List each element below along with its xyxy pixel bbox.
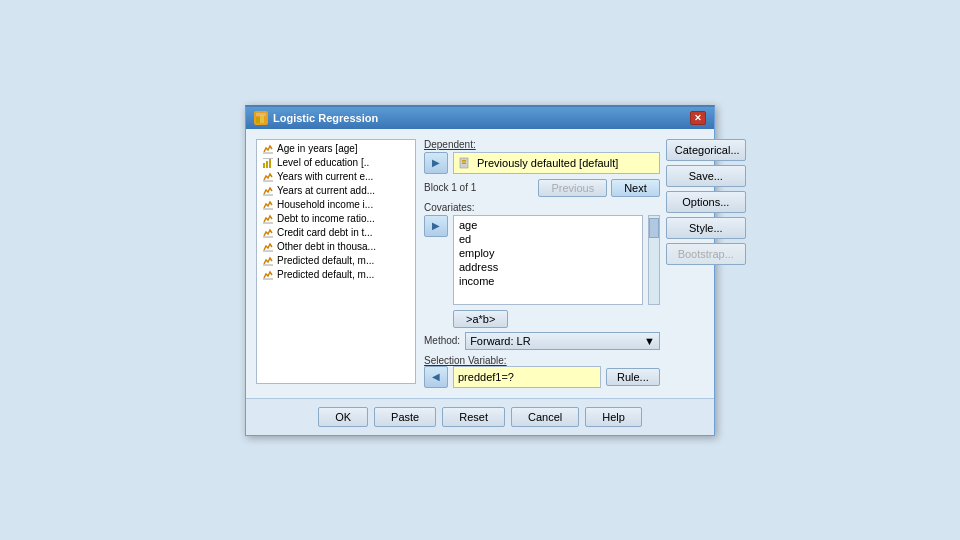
variable-label: Years with current e... bbox=[277, 171, 373, 182]
svg-rect-7 bbox=[263, 158, 273, 159]
covariates-label: Covariates: bbox=[424, 202, 660, 213]
variable-list-item[interactable]: Debt to income ratio... bbox=[259, 212, 413, 226]
selection-row: ◀ Rule... bbox=[424, 366, 660, 388]
svg-rect-17 bbox=[462, 160, 466, 162]
action-buttons: Categorical... Save... Options... Style.… bbox=[666, 139, 746, 388]
method-dropdown-icon: ▼ bbox=[644, 335, 655, 347]
variable-label: Predicted default, m... bbox=[277, 255, 374, 266]
covariate-item[interactable]: income bbox=[456, 274, 640, 288]
svg-rect-4 bbox=[263, 163, 265, 168]
variable-label: Other debt in thousa... bbox=[277, 241, 376, 252]
style-button[interactable]: Style... bbox=[666, 217, 746, 239]
svg-rect-2 bbox=[256, 113, 266, 116]
dependent-field: Previously defaulted [default] bbox=[453, 152, 660, 174]
dependent-label: Dependent: bbox=[424, 139, 660, 150]
help-button[interactable]: Help bbox=[585, 407, 642, 427]
scrollbar-thumb bbox=[649, 218, 659, 238]
covariate-list[interactable]: ageedemployaddressincome bbox=[453, 215, 643, 305]
covariate-scrollbar[interactable] bbox=[648, 215, 660, 305]
paste-button[interactable]: Paste bbox=[374, 407, 436, 427]
svg-rect-18 bbox=[462, 162, 466, 164]
covariate-item[interactable]: address bbox=[456, 260, 640, 274]
variable-label: Debt to income ratio... bbox=[277, 213, 375, 224]
variable-list-item[interactable]: Years with current e... bbox=[259, 170, 413, 184]
dialog-icon bbox=[254, 111, 268, 125]
selection-field[interactable] bbox=[453, 366, 601, 388]
covariate-item[interactable]: age bbox=[456, 218, 640, 232]
continuous-icon bbox=[262, 143, 274, 155]
previous-button[interactable]: Previous bbox=[538, 179, 607, 197]
method-label: Method: bbox=[424, 335, 460, 346]
variable-label: Credit card debt in t... bbox=[277, 227, 373, 238]
next-button[interactable]: Next bbox=[611, 179, 660, 197]
variable-list[interactable]: Age in years [age] Level of education [.… bbox=[256, 139, 416, 384]
cancel-button[interactable]: Cancel bbox=[511, 407, 579, 427]
close-button[interactable]: ✕ bbox=[690, 111, 706, 125]
dependent-value: Previously defaulted [default] bbox=[477, 157, 618, 169]
bootstrap-button[interactable]: Bootstrap... bbox=[666, 243, 746, 265]
dependent-arrow-button[interactable]: ▶ bbox=[424, 152, 448, 174]
covariate-item[interactable]: employ bbox=[456, 246, 640, 260]
block-nav: Block 1 of 1 Previous Next bbox=[424, 179, 660, 197]
continuous-icon bbox=[262, 241, 274, 253]
covariates-row: ▶ ageedemployaddressincome bbox=[424, 215, 660, 305]
save-button[interactable]: Save... bbox=[666, 165, 746, 187]
variable-label: Predicted default, m... bbox=[277, 269, 374, 280]
svg-rect-0 bbox=[256, 117, 260, 123]
categorical-button[interactable]: Categorical... bbox=[666, 139, 746, 161]
continuous-icon bbox=[262, 185, 274, 197]
covariates-arrow-button[interactable]: ▶ bbox=[424, 215, 448, 237]
left-panel: Age in years [age] Level of education [.… bbox=[256, 139, 416, 388]
dependent-row: ▶ Previously defaulted [default] bbox=[424, 152, 660, 174]
variable-list-item[interactable]: Years at current add... bbox=[259, 184, 413, 198]
variable-label: Household income i... bbox=[277, 199, 373, 210]
continuous-icon bbox=[262, 269, 274, 281]
method-value: Forward: LR bbox=[470, 335, 531, 347]
variable-list-item[interactable]: Level of education [.. bbox=[259, 156, 413, 170]
continuous-icon bbox=[262, 171, 274, 183]
svg-rect-5 bbox=[266, 161, 268, 168]
title-bar-left: Logistic Regression bbox=[254, 111, 378, 125]
method-select[interactable]: Forward: LR ▼ bbox=[465, 332, 660, 350]
logistic-regression-dialog: Logistic Regression ✕ Age in years [age]… bbox=[245, 105, 715, 436]
variable-list-item[interactable]: Predicted default, m... bbox=[259, 254, 413, 268]
rule-button[interactable]: Rule... bbox=[606, 368, 660, 386]
variable-list-item[interactable]: Predicted default, m... bbox=[259, 268, 413, 282]
continuous-icon bbox=[262, 255, 274, 267]
dialog-body: Age in years [age] Level of education [.… bbox=[246, 129, 714, 398]
block-label: Block 1 of 1 bbox=[424, 182, 476, 193]
svg-rect-6 bbox=[269, 159, 271, 168]
ordinal-icon bbox=[262, 157, 274, 169]
options-button[interactable]: Options... bbox=[666, 191, 746, 213]
selection-arrow-button[interactable]: ◀ bbox=[424, 366, 448, 388]
reset-button[interactable]: Reset bbox=[442, 407, 505, 427]
continuous-icon bbox=[262, 199, 274, 211]
svg-rect-1 bbox=[260, 115, 264, 123]
variable-list-item[interactable]: Age in years [age] bbox=[259, 142, 413, 156]
ok-button[interactable]: OK bbox=[318, 407, 368, 427]
variable-list-item[interactable]: Credit card debt in t... bbox=[259, 226, 413, 240]
variable-label: Years at current add... bbox=[277, 185, 375, 196]
variable-list-item[interactable]: Other debt in thousa... bbox=[259, 240, 413, 254]
covariates-section: Covariates: ▶ ageedemployaddressincome bbox=[424, 202, 660, 305]
selection-label: Selection Variable: bbox=[424, 355, 660, 366]
dialog-title: Logistic Regression bbox=[273, 112, 378, 124]
title-bar: Logistic Regression ✕ bbox=[246, 107, 714, 129]
variable-list-item[interactable]: Household income i... bbox=[259, 198, 413, 212]
dependent-field-icon bbox=[459, 156, 473, 170]
covariate-item[interactable]: ed bbox=[456, 232, 640, 246]
selection-section: Selection Variable: ◀ Rule... bbox=[424, 355, 660, 388]
bottom-bar: OK Paste Reset Cancel Help bbox=[246, 398, 714, 435]
variable-label: Level of education [.. bbox=[277, 157, 369, 168]
block-buttons: Previous Next bbox=[538, 179, 659, 197]
method-row: Method: Forward: LR ▼ bbox=[424, 332, 660, 350]
continuous-icon bbox=[262, 227, 274, 239]
continuous-icon bbox=[262, 213, 274, 225]
interaction-button[interactable]: >a*b> bbox=[453, 310, 508, 328]
variable-label: Age in years [age] bbox=[277, 143, 358, 154]
